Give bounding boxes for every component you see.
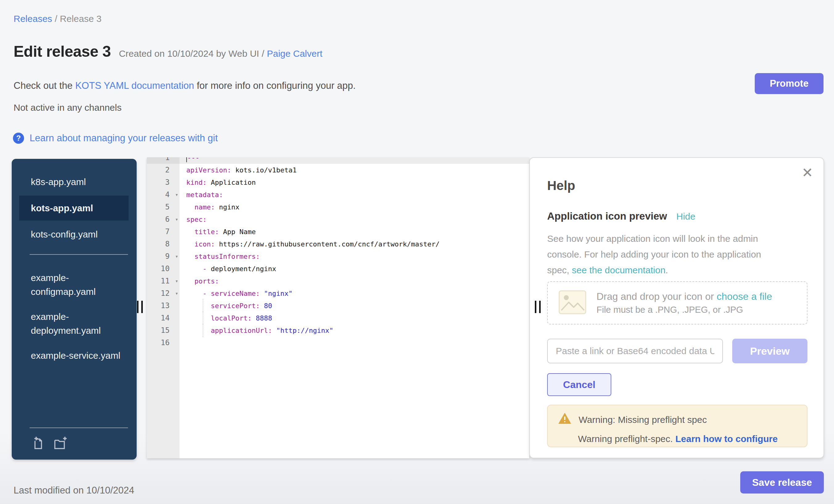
breadcrumb-separator: / (52, 14, 60, 24)
help-panel: ✕ Help Application icon preview Hide See… (529, 157, 824, 458)
page-title: Edit release 3 (14, 43, 111, 61)
sidebar-item-kots-app.yaml[interactable]: kots-app.yaml (19, 196, 129, 221)
docs-post-text: for more info on configuring your app. (194, 80, 356, 91)
code-line[interactable]: 16 (147, 336, 529, 349)
sidebar-resize-handle[interactable] (137, 301, 143, 313)
warning-title: Warning: Missing preflight spec (578, 415, 707, 425)
sidebar-item-k8s-app.yaml[interactable]: k8s-app.yaml (12, 171, 137, 193)
fold-arrow-icon[interactable]: ▾ (175, 216, 178, 222)
sidebar-actions (12, 436, 137, 452)
dropzone-text: Drag and drop your icon or choose a file (596, 291, 772, 302)
fold-arrow-icon[interactable]: ▾ (175, 290, 178, 297)
save-release-button[interactable]: Save release (740, 471, 824, 494)
add-file-icon[interactable] (31, 436, 45, 452)
code-line[interactable]: 4▾metadata: (147, 189, 529, 201)
icon-preview-title: Application icon preview (547, 210, 667, 222)
editor-lines: 1---2apiVersion: kots.io/v1beta13kind: A… (147, 157, 529, 349)
code-line[interactable]: 15 applicationUrl: "http://nginx" (147, 324, 529, 336)
sidebar-item-example-service.yaml[interactable]: example-service.yaml (12, 344, 137, 367)
docs-line: Check out the KOTS YAML documentation fo… (14, 80, 356, 91)
breadcrumb-current: Release 3 (60, 14, 102, 24)
yaml-editor[interactable]: 1---2apiVersion: kots.io/v1beta13kind: A… (147, 157, 529, 458)
icon-dropzone[interactable]: Drag and drop your icon or choose a file… (547, 281, 808, 325)
sidebar-item-example-configmap.yaml[interactable]: example-configmap.yaml (12, 266, 137, 303)
code-line[interactable]: 8 icon: https://raw.githubusercontent.co… (147, 238, 529, 250)
breadcrumb: Releases / Release 3 (14, 14, 102, 24)
docs-pre-text: Check out the (14, 80, 75, 91)
sidebar-item-kots-config.yaml[interactable]: kots-config.yaml (12, 223, 137, 245)
created-info: Created on 10/10/2024 by Web UI / Paige … (119, 48, 322, 59)
code-line[interactable]: 14 localPort: 8888 (147, 312, 529, 324)
add-folder-icon[interactable] (54, 436, 68, 452)
help-title: Help (547, 178, 575, 193)
cancel-button[interactable]: Cancel (547, 373, 611, 396)
icon-preview-description: See how your application icon will look … (547, 231, 766, 278)
warning-detail: Warning preflight-spec. Learn how to con… (578, 434, 777, 444)
code-line[interactable]: 2apiVersion: kots.io/v1beta1 (147, 164, 529, 176)
help-panel-resize-handle[interactable] (535, 301, 541, 313)
code-line[interactable]: 5 name: nginx (147, 201, 529, 213)
sidebar-bottom (12, 428, 137, 460)
code-line[interactable]: 7 title: App Name (147, 225, 529, 238)
warning-detail-text: Warning preflight-spec. (578, 434, 676, 444)
see-documentation-link[interactable]: see the documentation (572, 265, 665, 275)
fold-arrow-icon[interactable]: ▾ (175, 253, 178, 259)
choose-a-file-link[interactable]: choose a file (717, 291, 772, 302)
file-list-divider (29, 254, 128, 255)
promote-button[interactable]: Promote (755, 73, 824, 94)
sidebar-item-example-deployment.yaml[interactable]: example-deployment.yaml (12, 305, 137, 342)
preview-button[interactable]: Preview (732, 339, 808, 363)
fold-arrow-icon[interactable]: ▾ (175, 278, 178, 284)
hide-link[interactable]: Hide (676, 211, 696, 222)
code-line[interactable]: 12▾ - serviceName: "nginx" (147, 287, 529, 300)
preflight-warning: Warning: Missing preflight spec Warning … (547, 405, 808, 447)
channel-status: Not active in any channels (14, 103, 122, 113)
created-text: Created on 10/10/2024 by Web UI / (119, 48, 264, 59)
code-line[interactable]: 1--- (147, 157, 529, 164)
git-help-row: ? Learn about managing your releases wit… (13, 133, 218, 144)
code-line[interactable]: 3kind: Application (147, 176, 529, 189)
fold-arrow-icon[interactable]: ▾ (175, 192, 178, 198)
dropzone-filetypes: File must be a .PNG, .JPEG, or .JPG (596, 305, 772, 315)
file-sidebar: k8s-app.yamlkots-app.yamlkots-config.yam… (12, 159, 137, 460)
created-by-link[interactable]: Paige Calvert (267, 48, 322, 59)
learn-how-to-configure-link[interactable]: Learn how to configure (676, 434, 778, 444)
question-icon: ? (13, 133, 24, 144)
kots-yaml-docs-link[interactable]: KOTS YAML documentation (75, 80, 194, 91)
title-row: Edit release 3 Created on 10/10/2024 by … (14, 43, 322, 61)
icon-link-input[interactable] (547, 339, 723, 363)
description-period: . (665, 265, 668, 275)
file-list: k8s-app.yamlkots-app.yamlkots-config.yam… (12, 171, 137, 367)
sidebar-divider (29, 428, 128, 428)
code-line[interactable]: 6▾spec: (147, 213, 529, 225)
last-modified: Last modified on 10/10/2024 (14, 485, 134, 496)
code-line[interactable]: 9▾ statusInformers: (147, 250, 529, 262)
close-icon[interactable]: ✕ (802, 166, 813, 179)
breadcrumb-releases-link[interactable]: Releases (14, 14, 52, 24)
dropzone-pre-text: Drag and drop your icon or (596, 291, 717, 302)
git-help-link[interactable]: Learn about managing your releases with … (29, 133, 218, 144)
code-line[interactable]: 13 servicePort: 80 (147, 300, 529, 312)
code-line[interactable]: 10 - deployment/nginx (147, 262, 529, 275)
warning-icon (558, 413, 571, 426)
text-cursor (186, 157, 187, 162)
image-placeholder-icon (558, 290, 587, 316)
code-line[interactable]: 11▾ ports: (147, 275, 529, 287)
